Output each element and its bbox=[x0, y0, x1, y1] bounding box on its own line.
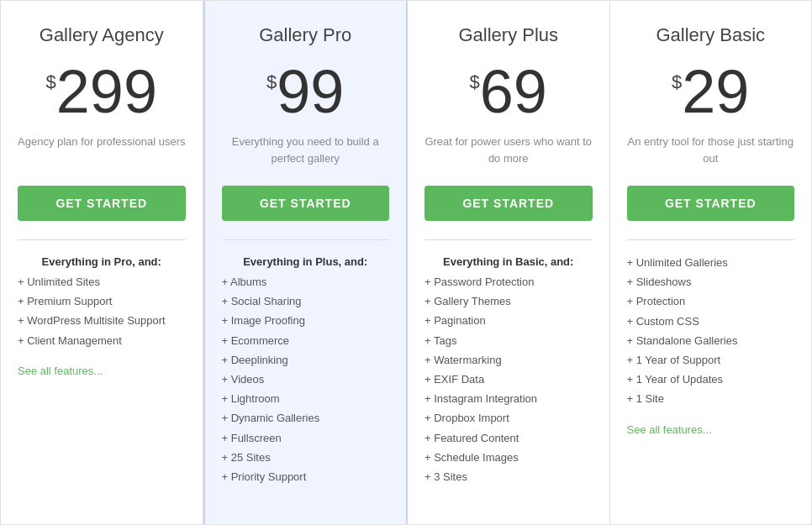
plan-name-agency: Gallery Agency bbox=[40, 24, 164, 46]
divider-plus bbox=[424, 239, 593, 240]
list-item: + Instagram Integration bbox=[424, 391, 593, 407]
features-list-plus: + Password Protection+ Gallery Themes+ P… bbox=[424, 275, 593, 489]
pricing-table: Gallery Agency$299Agency plan for profes… bbox=[0, 0, 812, 525]
plan-description-plus: Great for power users who want to do mor… bbox=[424, 134, 593, 169]
plan-description-basic: An entry tool for those just starting ou… bbox=[627, 134, 795, 169]
price-currency-basic: $ bbox=[672, 71, 682, 93]
get-started-button-pro[interactable]: GET STARTED bbox=[222, 186, 390, 221]
plan-name-plus: Gallery Plus bbox=[458, 24, 558, 46]
features-list-basic: + Unlimited Galleries+ Slideshows+ Prote… bbox=[627, 255, 795, 412]
list-item: + Pagination bbox=[424, 313, 593, 328]
see-all-link-agency[interactable]: See all features... bbox=[18, 365, 186, 377]
plan-description-pro: Everything you need to build a perfect g… bbox=[222, 134, 390, 169]
list-item: + Custom CSS bbox=[627, 314, 795, 329]
price-block-agency: $299 bbox=[46, 61, 157, 122]
price-block-pro: $99 bbox=[266, 61, 344, 122]
plan-basic: Gallery Basic$29An entry tool for those … bbox=[610, 1, 812, 524]
plan-pro: Gallery Pro$99Everything you need to bui… bbox=[203, 1, 409, 524]
list-item: + Image Proofing bbox=[222, 313, 390, 328]
price-currency-plus: $ bbox=[470, 71, 480, 93]
list-item: + Schedule Images bbox=[424, 450, 593, 465]
plan-plus: Gallery Plus$69Great for power users who… bbox=[408, 1, 610, 524]
features-label-pro: Everything in Plus, and: bbox=[243, 255, 367, 268]
plan-name-pro: Gallery Pro bbox=[259, 24, 351, 46]
get-started-button-plus[interactable]: GET STARTED bbox=[424, 186, 593, 221]
get-started-button-agency[interactable]: GET STARTED bbox=[18, 186, 186, 221]
list-item: + Unlimited Galleries bbox=[627, 255, 795, 270]
price-currency-pro: $ bbox=[266, 71, 277, 93]
price-currency-agency: $ bbox=[46, 71, 56, 93]
list-item: + Tags bbox=[424, 333, 593, 349]
list-item: + Lightroom bbox=[222, 391, 390, 407]
list-item: + Videos bbox=[222, 372, 390, 387]
list-item: + Slideshows bbox=[627, 275, 795, 290]
plan-name-basic: Gallery Basic bbox=[656, 24, 765, 46]
list-item: + Dropbox Import bbox=[424, 411, 593, 426]
list-item: + Deeplinking bbox=[222, 353, 390, 368]
list-item: + Password Protection bbox=[424, 275, 593, 290]
list-item: + EXIF Data bbox=[424, 372, 593, 387]
features-list-agency: + Unlimited Sites+ Premium Support+ Word… bbox=[18, 275, 186, 353]
list-item: + Social Sharing bbox=[222, 294, 390, 309]
price-amount-basic: 29 bbox=[682, 61, 749, 122]
see-all-link-basic[interactable]: See all features... bbox=[627, 423, 795, 436]
price-amount-agency: 299 bbox=[56, 61, 157, 122]
price-amount-plus: 69 bbox=[480, 61, 547, 122]
divider-agency bbox=[18, 239, 186, 240]
plan-agency: Gallery Agency$299Agency plan for profes… bbox=[1, 1, 203, 524]
list-item: + Albums bbox=[222, 275, 390, 290]
list-item: + 1 Site bbox=[627, 391, 795, 407]
get-started-button-basic[interactable]: GET STARTED bbox=[627, 186, 795, 221]
list-item: + 25 Sites bbox=[222, 450, 390, 465]
plan-description-agency: Agency plan for professional users bbox=[18, 134, 185, 169]
list-item: + Watermarking bbox=[424, 353, 593, 368]
divider-pro bbox=[222, 239, 390, 240]
list-item: + Priority Support bbox=[222, 470, 390, 485]
list-item: + Dynamic Galleries bbox=[222, 411, 390, 426]
list-item: + Featured Content bbox=[424, 431, 593, 446]
list-item: + Unlimited Sites bbox=[18, 275, 186, 290]
price-block-plus: $69 bbox=[470, 61, 547, 122]
list-item: + Protection bbox=[627, 294, 795, 309]
list-item: + 1 Year of Support bbox=[627, 353, 795, 368]
list-item: + Standalone Galleries bbox=[627, 333, 795, 349]
price-amount-pro: 99 bbox=[277, 61, 344, 122]
features-label-agency: Everything in Pro, and: bbox=[42, 255, 161, 268]
features-list-pro: + Albums+ Social Sharing+ Image Proofing… bbox=[222, 275, 390, 489]
price-block-basic: $29 bbox=[672, 61, 749, 122]
list-item: + 3 Sites bbox=[424, 470, 593, 485]
list-item: + Ecommerce bbox=[222, 333, 390, 349]
divider-basic bbox=[627, 239, 795, 240]
list-item: + Premium Support bbox=[18, 294, 186, 309]
list-item: + 1 Year of Updates bbox=[627, 372, 795, 387]
list-item: + WordPress Multisite Support bbox=[18, 313, 186, 328]
list-item: + Client Management bbox=[18, 333, 186, 349]
list-item: + Fullscreen bbox=[222, 431, 390, 446]
features-label-plus: Everything in Basic, and: bbox=[443, 255, 573, 268]
list-item: + Gallery Themes bbox=[424, 294, 593, 309]
